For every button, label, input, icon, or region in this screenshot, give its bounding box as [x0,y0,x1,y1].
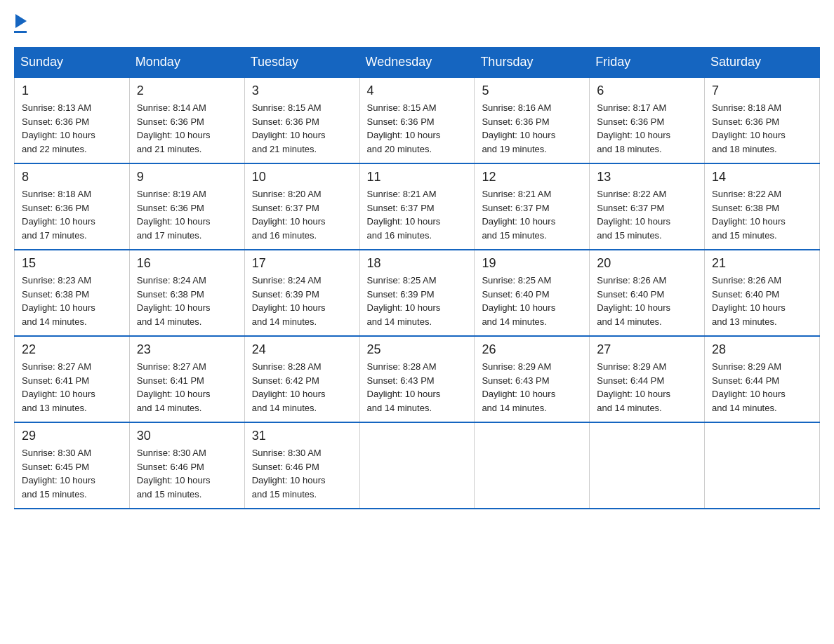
day-number: 20 [597,256,697,271]
day-number: 8 [22,170,122,185]
day-info: Sunrise: 8:15 AM Sunset: 6:36 PM Dayligh… [252,101,352,156]
day-info: Sunrise: 8:18 AM Sunset: 6:36 PM Dayligh… [22,187,122,242]
week-row-4: 22 Sunrise: 8:27 AM Sunset: 6:41 PM Dayl… [15,336,820,422]
calendar-cell: 22 Sunrise: 8:27 AM Sunset: 6:41 PM Dayl… [15,336,130,422]
calendar-cell: 14 Sunrise: 8:22 AM Sunset: 6:38 PM Dayl… [705,163,820,250]
header-saturday: Saturday [705,48,820,78]
header-tuesday: Tuesday [244,48,359,78]
header-sunday: Sunday [15,48,130,78]
day-info: Sunrise: 8:28 AM Sunset: 6:43 PM Dayligh… [367,360,468,415]
calendar-cell: 16 Sunrise: 8:24 AM Sunset: 6:38 PM Dayl… [129,250,244,336]
day-info: Sunrise: 8:28 AM Sunset: 6:42 PM Dayligh… [252,360,352,415]
calendar-cell: 6 Sunrise: 8:17 AM Sunset: 6:36 PM Dayli… [590,77,705,163]
day-info: Sunrise: 8:27 AM Sunset: 6:41 PM Dayligh… [137,360,237,415]
day-info: Sunrise: 8:25 AM Sunset: 6:40 PM Dayligh… [482,274,582,328]
day-number: 9 [137,170,237,185]
day-number: 23 [137,342,237,357]
calendar-cell: 9 Sunrise: 8:19 AM Sunset: 6:36 PM Dayli… [129,163,244,250]
calendar-cell: 27 Sunrise: 8:29 AM Sunset: 6:44 PM Dayl… [590,336,705,422]
calendar-cell: 25 Sunrise: 8:28 AM Sunset: 6:43 PM Dayl… [359,336,475,422]
calendar-cell [590,422,705,509]
day-info: Sunrise: 8:29 AM Sunset: 6:44 PM Dayligh… [597,360,697,415]
header-friday: Friday [590,48,705,78]
week-row-5: 29 Sunrise: 8:30 AM Sunset: 6:45 PM Dayl… [15,422,820,509]
day-info: Sunrise: 8:30 AM Sunset: 6:45 PM Dayligh… [22,446,122,501]
calendar-cell: 3 Sunrise: 8:15 AM Sunset: 6:36 PM Dayli… [244,77,359,163]
day-number: 19 [482,256,582,271]
day-number: 6 [597,83,697,98]
day-info: Sunrise: 8:14 AM Sunset: 6:36 PM Dayligh… [137,101,237,156]
calendar-cell: 28 Sunrise: 8:29 AM Sunset: 6:44 PM Dayl… [705,336,820,422]
day-info: Sunrise: 8:18 AM Sunset: 6:36 PM Dayligh… [712,101,812,156]
day-info: Sunrise: 8:19 AM Sunset: 6:36 PM Dayligh… [137,187,237,242]
day-info: Sunrise: 8:30 AM Sunset: 6:46 PM Dayligh… [137,446,237,501]
day-number: 26 [482,342,582,357]
day-number: 29 [22,429,122,443]
day-number: 21 [712,256,812,271]
day-info: Sunrise: 8:22 AM Sunset: 6:38 PM Dayligh… [712,187,812,242]
calendar-cell [705,422,820,509]
day-number: 30 [137,429,237,443]
calendar-cell: 1 Sunrise: 8:13 AM Sunset: 6:36 PM Dayli… [15,77,130,163]
day-info: Sunrise: 8:20 AM Sunset: 6:37 PM Dayligh… [252,187,352,242]
day-info: Sunrise: 8:16 AM Sunset: 6:36 PM Dayligh… [482,101,582,156]
calendar-cell: 24 Sunrise: 8:28 AM Sunset: 6:42 PM Dayl… [244,336,359,422]
day-number: 10 [252,170,352,185]
day-info: Sunrise: 8:29 AM Sunset: 6:43 PM Dayligh… [482,360,582,415]
calendar-cell: 2 Sunrise: 8:14 AM Sunset: 6:36 PM Dayli… [129,77,244,163]
calendar-cell: 5 Sunrise: 8:16 AM Sunset: 6:36 PM Dayli… [475,77,590,163]
day-info: Sunrise: 8:27 AM Sunset: 6:41 PM Dayligh… [22,360,122,415]
day-number: 24 [252,342,352,357]
day-info: Sunrise: 8:21 AM Sunset: 6:37 PM Dayligh… [482,187,582,242]
day-info: Sunrise: 8:22 AM Sunset: 6:37 PM Dayligh… [597,187,697,242]
day-info: Sunrise: 8:21 AM Sunset: 6:37 PM Dayligh… [367,187,468,242]
week-row-2: 8 Sunrise: 8:18 AM Sunset: 6:36 PM Dayli… [15,163,820,250]
day-number: 7 [712,83,812,98]
day-info: Sunrise: 8:29 AM Sunset: 6:44 PM Dayligh… [712,360,812,415]
day-number: 13 [597,170,697,185]
calendar-cell: 8 Sunrise: 8:18 AM Sunset: 6:36 PM Dayli… [15,163,130,250]
day-number: 15 [22,256,122,271]
calendar-cell: 31 Sunrise: 8:30 AM Sunset: 6:46 PM Dayl… [244,422,359,509]
day-info: Sunrise: 8:15 AM Sunset: 6:36 PM Dayligh… [367,101,468,156]
week-row-3: 15 Sunrise: 8:23 AM Sunset: 6:38 PM Dayl… [15,250,820,336]
calendar-cell: 19 Sunrise: 8:25 AM Sunset: 6:40 PM Dayl… [475,250,590,336]
day-info: Sunrise: 8:13 AM Sunset: 6:36 PM Dayligh… [22,101,122,156]
day-number: 2 [137,83,237,98]
day-number: 17 [252,256,352,271]
day-number: 25 [367,342,468,357]
day-number: 1 [22,83,122,98]
logo-arrow-icon [15,14,27,28]
calendar-cell: 23 Sunrise: 8:27 AM Sunset: 6:41 PM Dayl… [129,336,244,422]
calendar-cell: 26 Sunrise: 8:29 AM Sunset: 6:43 PM Dayl… [475,336,590,422]
day-info: Sunrise: 8:24 AM Sunset: 6:38 PM Dayligh… [137,274,237,328]
day-number: 5 [482,83,582,98]
calendar-cell: 7 Sunrise: 8:18 AM Sunset: 6:36 PM Dayli… [705,77,820,163]
calendar-table: SundayMondayTuesdayWednesdayThursdayFrid… [14,47,820,509]
header-thursday: Thursday [475,48,590,78]
day-info: Sunrise: 8:17 AM Sunset: 6:36 PM Dayligh… [597,101,697,156]
day-info: Sunrise: 8:26 AM Sunset: 6:40 PM Dayligh… [597,274,697,328]
calendar-cell [475,422,590,509]
day-info: Sunrise: 8:23 AM Sunset: 6:38 PM Dayligh… [22,274,122,328]
day-number: 12 [482,170,582,185]
day-number: 31 [252,429,352,443]
calendar-cell: 18 Sunrise: 8:25 AM Sunset: 6:39 PM Dayl… [359,250,475,336]
calendar-cell: 13 Sunrise: 8:22 AM Sunset: 6:37 PM Dayl… [590,163,705,250]
calendar-cell: 29 Sunrise: 8:30 AM Sunset: 6:45 PM Dayl… [15,422,130,509]
day-number: 18 [367,256,468,271]
page-header [14,14,820,33]
day-number: 11 [367,170,468,185]
calendar-header-row: SundayMondayTuesdayWednesdayThursdayFrid… [15,48,820,78]
day-info: Sunrise: 8:24 AM Sunset: 6:39 PM Dayligh… [252,274,352,328]
calendar-cell: 15 Sunrise: 8:23 AM Sunset: 6:38 PM Dayl… [15,250,130,336]
calendar-cell: 11 Sunrise: 8:21 AM Sunset: 6:37 PM Dayl… [359,163,475,250]
day-info: Sunrise: 8:30 AM Sunset: 6:46 PM Dayligh… [252,446,352,501]
calendar-cell [359,422,475,509]
calendar-cell: 4 Sunrise: 8:15 AM Sunset: 6:36 PM Dayli… [359,77,475,163]
calendar-cell: 12 Sunrise: 8:21 AM Sunset: 6:37 PM Dayl… [475,163,590,250]
day-number: 28 [712,342,812,357]
day-number: 3 [252,83,352,98]
day-number: 22 [22,342,122,357]
day-info: Sunrise: 8:25 AM Sunset: 6:39 PM Dayligh… [367,274,468,328]
